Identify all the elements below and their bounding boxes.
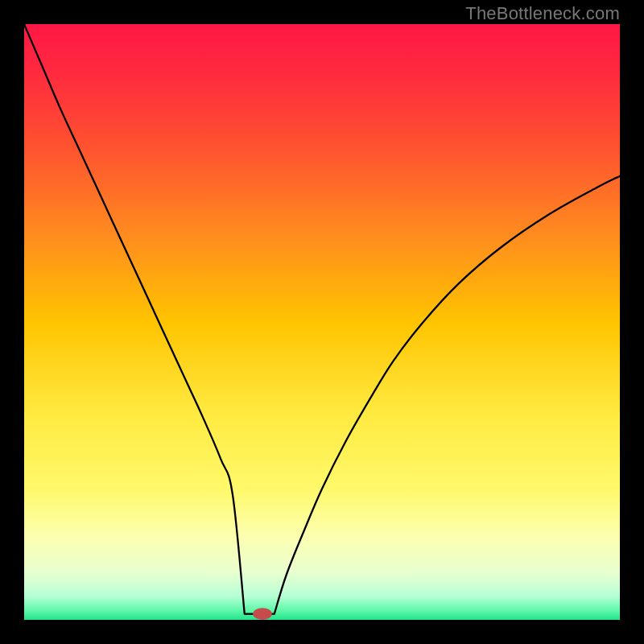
gradient-background	[24, 24, 620, 620]
watermark-text: TheBottleneck.com	[465, 3, 620, 24]
plot-area	[24, 24, 620, 620]
chart-svg	[24, 24, 620, 620]
optimum-marker	[253, 608, 272, 620]
outer-frame: TheBottleneck.com	[0, 0, 644, 644]
